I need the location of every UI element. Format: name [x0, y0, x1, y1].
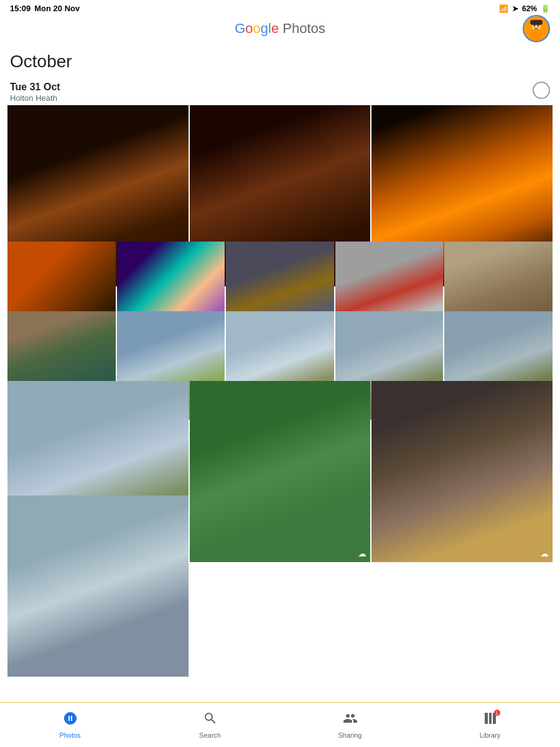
bottom-navigation: Photos Search Sharing 1: [0, 702, 560, 747]
app-header: Google Photos: [0, 16, 560, 42]
photo-item[interactable]: ☁: [190, 381, 371, 562]
nav-item-sharing[interactable]: Sharing: [280, 703, 420, 747]
select-circle-oct31[interactable]: ✓: [533, 82, 550, 99]
nav-label-sharing: Sharing: [338, 731, 362, 739]
status-bar: 15:09 Mon 20 Nov 📶 ➤ 62% 🔋: [0, 0, 560, 16]
photo-grid-oct31: ☁ ☁ ☁: [7, 105, 553, 208]
search-nav-icon: [203, 711, 218, 730]
status-time: 15:09: [10, 4, 30, 13]
status-date: Mon 20 Nov: [34, 4, 80, 13]
photo-item[interactable]: [7, 496, 189, 677]
day-info-oct31: Tue 31 Oct Holton Heath: [10, 82, 60, 103]
user-avatar[interactable]: [523, 15, 550, 42]
day-header-oct31: Tue 31 Oct Holton Heath ✓: [7, 77, 553, 105]
status-time-date: 15:09 Mon 20 Nov: [10, 4, 80, 13]
sharing-nav-icon: [343, 711, 358, 730]
library-notification-badge: 1: [494, 710, 500, 716]
photos-nav-icon: [63, 711, 78, 730]
search-icon-svg: [203, 711, 218, 726]
sharing-icon-svg: [343, 711, 358, 726]
library-badge-container: 1: [483, 711, 498, 730]
nav-label-library: Library: [480, 731, 501, 739]
nav-item-library[interactable]: 1 Library: [420, 703, 560, 747]
google-wordmark: Google: [235, 21, 279, 37]
nav-label-search: Search: [199, 731, 221, 739]
day-date-oct31: Tue 31 Oct: [10, 82, 60, 93]
nav-label-photos: Photos: [59, 731, 80, 739]
avatar-image: [524, 16, 549, 41]
battery-text: 62%: [522, 4, 537, 13]
svg-rect-5: [530, 20, 543, 25]
svg-rect-6: [485, 713, 488, 724]
month-heading: October: [7, 42, 553, 77]
cloud-upload-icon: ☁: [540, 548, 549, 558]
library-nav-icon: [483, 713, 498, 729]
photo-grid-oct27-row3: ☁ ☁ ☁: [7, 381, 553, 462]
svg-point-2: [530, 29, 543, 41]
svg-rect-7: [489, 713, 492, 724]
day-section-oct27: Fri 27 Oct Dorset AONB ✓ ☁ ☁ ☁ ☁ ☁: [7, 213, 553, 462]
photos-wordmark: Photos: [282, 21, 325, 37]
main-content: October Tue 31 Oct Holton Heath ✓ ☁ ☁ ☁ …: [0, 42, 560, 588]
wifi-icon: 📶: [499, 4, 508, 13]
photo-item[interactable]: ☁: [371, 381, 553, 562]
signal-icon: ➤: [512, 4, 518, 13]
day-section-oct31: Tue 31 Oct Holton Heath ✓ ☁ ☁ ☁: [7, 77, 553, 208]
photos-icon-svg: [63, 711, 78, 726]
app-logo: Google Photos: [235, 21, 325, 37]
cloud-upload-icon: ☁: [358, 548, 366, 558]
battery-icon: 🔋: [541, 4, 550, 13]
avatar-svg: [524, 16, 549, 41]
photo-grid-oct27-row1: ☁ ☁ ☁ ☁ ☁: [7, 242, 553, 310]
photo-grid-oct27-row2: ☁ ☁ ☁ ☁ ☁: [7, 311, 553, 380]
nav-item-photos[interactable]: Photos: [0, 703, 140, 747]
day-location-oct31: Holton Heath: [10, 93, 60, 103]
nav-item-search[interactable]: Search: [140, 703, 280, 747]
status-indicators: 📶 ➤ 62% 🔋: [499, 4, 550, 13]
